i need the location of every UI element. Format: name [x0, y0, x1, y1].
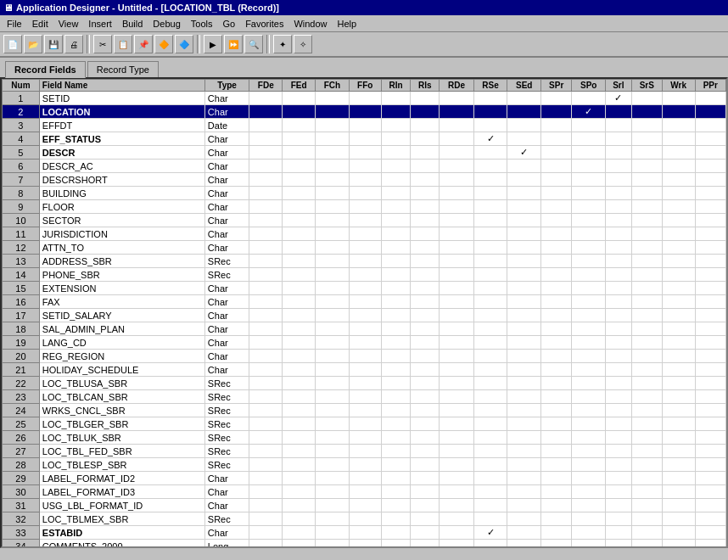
table-row[interactable]: 5DESCRChar✓	[3, 146, 726, 160]
btn8[interactable]: 🔍	[244, 35, 263, 53]
menu-item-insert[interactable]: Insert	[83, 18, 117, 30]
cell-field-name: SETID	[39, 92, 204, 105]
tab-record-fields[interactable]: Record Fields	[5, 61, 86, 78]
cell-fde	[249, 214, 283, 227]
cell-sed	[507, 160, 541, 173]
cell-wrk	[662, 309, 695, 322]
menu-item-build[interactable]: Build	[117, 18, 148, 30]
cell-spo	[572, 458, 606, 472]
table-row[interactable]: 27LOC_TBL_FED_SBRSRec	[3, 445, 726, 458]
table-row[interactable]: 3EFFDTDate	[3, 119, 726, 132]
menu-item-go[interactable]: Go	[217, 18, 240, 30]
cell-spr	[541, 241, 572, 255]
cell-rin	[381, 512, 411, 526]
cell-num: 8	[3, 187, 40, 200]
cell-spo	[572, 472, 606, 485]
col-spo: SPo	[572, 80, 606, 92]
table-row[interactable]: 22LOC_TBLUSA_SBRSRec	[3, 377, 726, 390]
cell-srs	[631, 227, 662, 241]
table-row[interactable]: 13ADDRESS_SBRSRec	[3, 255, 726, 268]
table-row[interactable]: 17SETID_SALARYChar	[3, 309, 726, 322]
table-row[interactable]: 16FAXChar	[3, 295, 726, 309]
cell-srs	[631, 282, 662, 295]
cell-ffo	[349, 485, 381, 499]
btn4[interactable]: 🔶	[154, 35, 173, 53]
menu-item-file[interactable]: File	[2, 18, 27, 30]
table-row[interactable]: 7DESCRSHORTChar	[3, 173, 726, 187]
cell-spo	[572, 214, 606, 227]
cell-rde	[440, 295, 474, 309]
cell-rse	[473, 363, 507, 377]
cell-srl: ✓	[606, 92, 632, 105]
cell-ppr	[695, 241, 726, 255]
btn9[interactable]: ✦	[273, 35, 292, 53]
menu-item-favorites[interactable]: Favorites	[240, 18, 288, 30]
menu-item-debug[interactable]: Debug	[148, 18, 185, 30]
table-row[interactable]: 1SETIDChar✓	[3, 92, 726, 105]
table-row[interactable]: 14PHONE_SBRSRec	[3, 268, 726, 282]
table-row[interactable]: 9FLOORChar	[3, 200, 726, 214]
cell-sed	[507, 200, 541, 214]
menu-item-help[interactable]: Help	[333, 18, 362, 30]
table-row[interactable]: 28LOC_TBLESP_SBRSRec	[3, 458, 726, 472]
table-row[interactable]: 15EXTENSIONChar	[3, 282, 726, 295]
table-row[interactable]: 20REG_REGIONChar	[3, 350, 726, 363]
cell-rin	[381, 227, 411, 241]
paste-btn[interactable]: 📌	[134, 35, 153, 53]
cell-rin	[381, 282, 411, 295]
menu-item-window[interactable]: Window	[288, 18, 332, 30]
cell-ris	[411, 377, 440, 390]
table-row[interactable]: 26LOC_TBLUK_SBRSRec	[3, 431, 726, 445]
cell-rde	[440, 146, 474, 160]
cell-rde	[440, 92, 474, 105]
cell-spr	[541, 445, 572, 458]
cell-wrk	[662, 363, 695, 377]
cell-fed	[283, 472, 316, 485]
cell-srs	[631, 322, 662, 336]
table-row[interactable]: 2LOCATIONChar✓	[3, 105, 726, 119]
table-row[interactable]: 10SECTORChar	[3, 214, 726, 227]
cell-ffo	[349, 227, 381, 241]
table-row[interactable]: 12ATTN_TOChar	[3, 241, 726, 255]
cell-spo	[572, 526, 606, 540]
menu-item-tools[interactable]: Tools	[186, 18, 218, 30]
menu-item-view[interactable]: View	[53, 18, 84, 30]
table-row[interactable]: 19LANG_CDChar	[3, 336, 726, 350]
table-row[interactable]: 18SAL_ADMIN_PLANChar	[3, 322, 726, 336]
table-row[interactable]: 34COMMENTS_2000Long	[3, 540, 726, 549]
cell-field-name: SAL_ADMIN_PLAN	[39, 322, 204, 336]
table-row[interactable]: 11JURISDICTIONChar	[3, 227, 726, 241]
table-row[interactable]: 24WRKS_CNCL_SBRSRec	[3, 404, 726, 417]
cell-fde	[249, 322, 283, 336]
cell-ffo	[349, 458, 381, 472]
save-btn[interactable]: 💾	[44, 35, 63, 53]
cell-fed	[283, 404, 316, 417]
table-row[interactable]: 6DESCR_ACChar	[3, 160, 726, 173]
btn7[interactable]: ⏩	[224, 35, 243, 53]
menu-item-edit[interactable]: Edit	[27, 18, 53, 30]
table-row[interactable]: 23LOC_TBLCAN_SBRSRec	[3, 390, 726, 404]
table-row[interactable]: 33ESTABIDChar✓	[3, 526, 726, 540]
btn5[interactable]: 🔷	[175, 35, 193, 53]
table-row[interactable]: 8BUILDINGChar	[3, 187, 726, 200]
copy-btn[interactable]: 📋	[114, 35, 132, 53]
table-row[interactable]: 25LOC_TBLGER_SBRSRec	[3, 417, 726, 431]
new-btn[interactable]: 📄	[3, 35, 22, 53]
cut-btn[interactable]: ✂	[93, 35, 112, 53]
table-row[interactable]: 31USG_LBL_FORMAT_IDChar	[3, 499, 726, 512]
btn10[interactable]: ✧	[294, 35, 312, 53]
table-row[interactable]: 32LOC_TBLMEX_SBRSRec	[3, 512, 726, 526]
cell-srl	[606, 309, 632, 322]
cell-srs	[631, 404, 662, 417]
print-btn[interactable]: 🖨	[64, 35, 83, 53]
cell-srs	[631, 540, 662, 549]
tab-record-type[interactable]: Record Type	[87, 61, 159, 77]
table-row[interactable]: 21HOLIDAY_SCHEDULEChar	[3, 363, 726, 377]
open-btn[interactable]: 📂	[24, 35, 42, 53]
table-row[interactable]: 30LABEL_FORMAT_ID3Char	[3, 485, 726, 499]
table-row[interactable]: 4EFF_STATUSChar✓	[3, 132, 726, 146]
cell-spo	[572, 160, 606, 173]
btn6[interactable]: ▶	[204, 35, 222, 53]
cell-fch	[316, 132, 350, 146]
table-row[interactable]: 29LABEL_FORMAT_ID2Char	[3, 472, 726, 485]
